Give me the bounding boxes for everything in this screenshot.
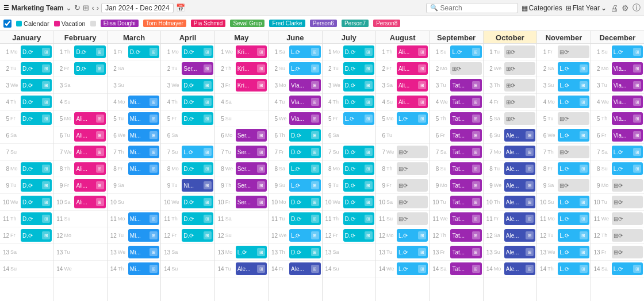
event-cell[interactable]: Ali...⊞ [74, 129, 105, 142]
event-cell[interactable]: Ale...⊞ [504, 129, 535, 142]
event-cell[interactable]: Mi...⊞ [128, 146, 159, 158]
person-tag-8[interactable]: Person8 [373, 20, 400, 27]
calendar-icon[interactable]: 📅 [176, 3, 185, 12]
event-cell[interactable]: Tat...⊞ [450, 246, 481, 258]
event-cell[interactable]: Mi...⊞ [128, 229, 159, 242]
select-all-checkbox[interactable] [3, 20, 12, 28]
event-cell[interactable]: L.⟳⊞ [343, 112, 374, 125]
event-cell[interactable]: D.⟳⊞ [21, 62, 52, 75]
event-cell[interactable]: D.⟳⊞ [21, 212, 52, 225]
event-cell[interactable]: L.⟳⊞ [558, 262, 589, 275]
event-cell[interactable]: Tat...⊞ [450, 129, 481, 142]
event-cell[interactable]: D.⟳⊞ [289, 146, 320, 158]
event-cell[interactable]: D.⟳⊞ [182, 45, 213, 58]
event-cell[interactable]: Mi...⊞ [128, 262, 159, 275]
event-cell[interactable]: Ale...⊞ [504, 162, 535, 175]
categories-button[interactable]: ▦ Categories [522, 4, 562, 12]
event-cell[interactable]: Ali...⊞ [74, 112, 105, 125]
event-cell[interactable]: Ali...⊞ [397, 79, 428, 92]
event-cell[interactable]: D.⟳⊞ [182, 196, 213, 208]
event-cell[interactable]: Ali...⊞ [74, 162, 105, 175]
event-cell[interactable]: Ale...⊞ [504, 262, 535, 275]
person-tag-1[interactable]: Elisa Doughi [101, 20, 139, 27]
event-cell[interactable]: Ser...⊞ [236, 196, 267, 208]
event-cell[interactable]: D.⟳⊞ [182, 79, 213, 92]
event-cell[interactable]: Mi...⊞ [128, 212, 159, 225]
event-cell[interactable]: D.⟳⊞ [21, 196, 52, 208]
event-cell[interactable]: L.⟳⊞ [289, 45, 320, 58]
event-cell[interactable]: Kri...⊞ [236, 62, 267, 75]
event-cell[interactable]: L.⟳⊞ [612, 262, 643, 275]
event-cell[interactable]: Tat...⊞ [450, 112, 481, 125]
date-range[interactable]: Jan 2024 - Dec 2024 [101, 3, 173, 13]
event-cell[interactable]: Ali...⊞ [74, 196, 105, 208]
event-cell[interactable]: L.⟳⊞ [558, 196, 589, 208]
event-cell[interactable]: Vla...⊞ [612, 79, 643, 92]
person-tag-6[interactable]: Person6 [310, 20, 337, 27]
event-cell[interactable]: L.⟳⊞ [289, 179, 320, 192]
event-cell[interactable]: D.⟳⊞ [182, 162, 213, 175]
event-cell[interactable]: Vla...⊞ [289, 79, 320, 92]
event-cell[interactable]: D.⟳⊞ [74, 62, 105, 75]
person-tag-2[interactable]: Tom Hofmayer [143, 20, 186, 27]
event-cell[interactable]: Ali...⊞ [74, 179, 105, 192]
event-cell[interactable]: D.⟳⊞ [21, 179, 52, 192]
event-cell[interactable]: L.⟳⊞ [397, 229, 428, 242]
event-cell[interactable]: Ale...⊞ [504, 196, 535, 208]
event-cell[interactable]: Tat...⊞ [450, 96, 481, 108]
event-cell[interactable]: D.⟳⊞ [343, 212, 374, 225]
event-cell[interactable]: L.⟳⊞ [558, 96, 589, 108]
event-cell[interactable]: D.⟳⊞ [289, 212, 320, 225]
print-icon[interactable]: 🖨 [610, 3, 618, 13]
event-cell[interactable]: Vla...⊞ [612, 96, 643, 108]
event-cell[interactable]: D.⟳⊞ [343, 146, 374, 158]
event-cell[interactable]: D.⟳⊞ [21, 112, 52, 125]
event-cell[interactable]: Ser...⊞ [236, 129, 267, 142]
event-cell[interactable]: Ser...⊞ [236, 179, 267, 192]
event-cell[interactable]: L.⟳⊞ [397, 112, 428, 125]
event-cell[interactable]: Tat...⊞ [450, 212, 481, 225]
event-cell[interactable]: L.⟳⊞ [612, 162, 643, 175]
event-cell[interactable]: D.⟳⊞ [182, 212, 213, 225]
event-cell[interactable]: Tat...⊞ [450, 262, 481, 275]
event-cell[interactable]: L.⟳⊞ [558, 79, 589, 92]
forward-icon[interactable]: › [97, 3, 99, 12]
help-icon[interactable]: ⓘ [632, 3, 641, 13]
event-cell[interactable]: Ale...⊞ [236, 262, 267, 275]
event-cell[interactable]: D.⟳⊞ [289, 129, 320, 142]
event-cell[interactable]: Mi...⊞ [128, 129, 159, 142]
event-cell[interactable]: L.⟳⊞ [558, 229, 589, 242]
search-box[interactable]: 🔍 [426, 3, 518, 13]
event-cell[interactable]: Tat...⊞ [450, 79, 481, 92]
event-cell[interactable]: Mi...⊞ [128, 246, 159, 258]
event-cell[interactable]: Ale...⊞ [504, 179, 535, 192]
event-cell[interactable]: L.⟳⊞ [397, 262, 428, 275]
search-input[interactable] [440, 4, 509, 12]
event-cell[interactable]: D.⟳⊞ [21, 96, 52, 108]
event-cell[interactable]: Mi...⊞ [128, 112, 159, 125]
event-cell[interactable]: D.⟳⊞ [21, 162, 52, 175]
event-cell[interactable]: L.⟳⊞ [612, 45, 643, 58]
person-tag-4[interactable]: Seval Grup [230, 20, 264, 27]
event-cell[interactable]: D.⟳⊞ [343, 62, 374, 75]
event-cell[interactable]: Ale...⊞ [504, 146, 535, 158]
event-cell[interactable]: L.⟳⊞ [612, 146, 643, 158]
event-cell[interactable]: D.⟳⊞ [343, 196, 374, 208]
event-cell[interactable]: Vla...⊞ [289, 96, 320, 108]
event-cell[interactable]: D.⟳⊞ [21, 229, 52, 242]
event-cell[interactable]: Vla...⊞ [612, 112, 643, 125]
event-cell[interactable]: L.⟳⊞ [558, 212, 589, 225]
event-cell[interactable]: Ali...⊞ [397, 45, 428, 58]
event-cell[interactable]: D.⟳⊞ [182, 112, 213, 125]
back-icon[interactable]: ‹ [91, 3, 94, 12]
event-cell[interactable]: Tat...⊞ [450, 179, 481, 192]
expand-icon[interactable]: ⊞ [83, 3, 89, 12]
event-cell[interactable]: Ale...⊞ [504, 212, 535, 225]
event-cell[interactable]: D.⟳⊞ [289, 196, 320, 208]
event-cell[interactable]: L.⟳⊞ [558, 162, 589, 175]
refresh-icon[interactable]: ↻ [74, 3, 80, 12]
event-cell[interactable]: D.⟳⊞ [343, 229, 374, 242]
event-cell[interactable]: D.⟳⊞ [182, 229, 213, 242]
event-cell[interactable]: D.⟳⊞ [343, 79, 374, 92]
event-cell[interactable]: D.⟳⊞ [343, 162, 374, 175]
